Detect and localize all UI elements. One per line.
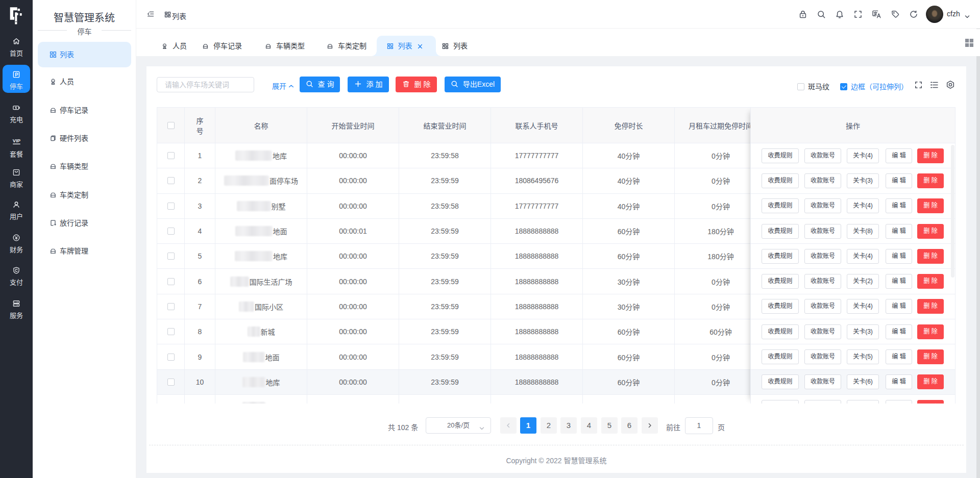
- svg-text:VIP: VIP: [12, 138, 20, 143]
